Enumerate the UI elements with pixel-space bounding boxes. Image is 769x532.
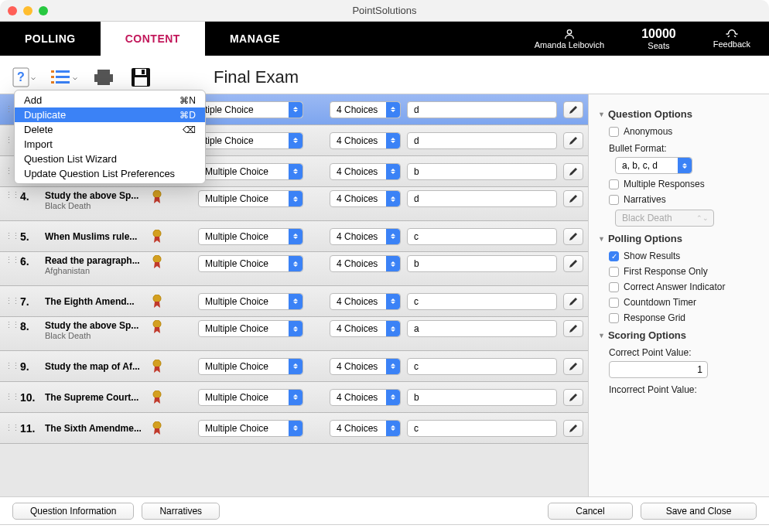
choices-count-select[interactable]: 4 Choices [330,228,401,245]
list-settings-dropdown[interactable]: ⌵ [51,69,77,86]
question-type-select[interactable]: Multiple Choice [198,255,303,272]
question-type-select[interactable]: Multiple Choice [198,420,303,437]
correct-answer-input[interactable] [407,389,557,406]
choices-count-select[interactable]: 4 Choices [330,420,401,437]
drag-handle-icon[interactable]: ⋮⋮⋮ [5,296,14,306]
menu-wizard[interactable]: Question List Wizard [15,152,205,166]
correct-point-input[interactable] [609,361,708,378]
drag-handle-icon[interactable]: ⋮⋮⋮ [5,423,14,433]
choices-count-select[interactable]: 4 Choices [330,320,401,337]
edit-question-button[interactable] [563,132,583,149]
question-row[interactable]: ⋮⋮⋮6.Read the paragraph...AfghanistanMul… [0,252,588,286]
feedback-block[interactable]: Feedback [695,22,769,56]
question-type-select[interactable]: Multiple Choice [198,358,303,375]
multiple-responses-row[interactable]: Multiple Responses [609,179,760,189]
polling-options-header[interactable]: ▼ Polling Options [598,233,760,244]
correct-answer-input[interactable] [407,255,557,272]
edit-question-button[interactable] [563,320,583,337]
drag-handle-icon[interactable]: ⋮⋮⋮ [5,166,14,176]
seats-block[interactable]: 10000 Seats [623,22,695,56]
drag-handle-icon[interactable]: ⋮⋮⋮ [5,135,14,145]
drag-handle-icon[interactable]: ⋮⋮⋮ [5,320,14,330]
tab-polling[interactable]: POLLING [0,22,101,56]
question-row[interactable]: ⋮⋮⋮11.The Sixth Amendme...Multiple Choic… [0,413,588,444]
question-type-select[interactable]: Multiple Choice [198,190,303,207]
question-type-select[interactable]: tiple Choice [198,132,303,149]
question-options-header[interactable]: ▼ Question Options [598,108,760,120]
question-type-select[interactable]: Multiple Choice [198,293,303,310]
narratives-button[interactable]: Narratives [142,503,220,520]
question-type-select[interactable]: Multiple Choice [198,389,303,406]
correct-answer-input[interactable] [407,132,557,149]
cancel-button[interactable]: Cancel [548,503,633,520]
edit-question-button[interactable] [563,389,583,406]
edit-question-button[interactable] [563,101,583,118]
menu-prefs[interactable]: Update Question List Preferences [15,166,205,181]
response-grid-row[interactable]: Response Grid [609,312,760,323]
tab-content[interactable]: CONTENT [101,22,205,56]
correct-indicator-row[interactable]: Correct Answer Indicator [609,281,760,292]
correct-answer-input[interactable] [407,190,557,207]
drag-handle-icon[interactable]: ⋮⋮⋮ [5,231,14,241]
correct-answer-input[interactable] [407,320,557,337]
choices-count-select[interactable]: 4 Choices [330,190,401,207]
correct-answer-input[interactable] [407,420,557,437]
edit-question-button[interactable] [563,190,583,207]
countdown-timer-row[interactable]: Countdown Timer [609,297,760,308]
first-response-row[interactable]: First Response Only [609,266,760,277]
drag-handle-icon[interactable]: ⋮⋮⋮ [5,104,14,114]
choices-count-select[interactable]: 4 Choices [330,358,401,375]
correct-answer-input[interactable] [407,293,557,310]
correct-answer-input[interactable] [407,228,557,245]
menu-duplicate[interactable]: Duplicate ⌘D [15,107,205,122]
choices-count-select[interactable]: 4 Choices [330,389,401,406]
countdown-timer-checkbox[interactable] [609,298,619,308]
correct-indicator-checkbox[interactable] [609,282,619,292]
edit-question-button[interactable] [563,228,583,245]
choices-count-select[interactable]: 4 Choices [330,132,401,149]
multiple-responses-checkbox[interactable] [609,179,619,189]
question-row[interactable]: ⋮⋮⋮5.When Muslims rule...Multiple Choice… [0,221,588,252]
edit-question-button[interactable] [563,420,583,437]
choices-count-select[interactable]: 4 Choices [330,255,401,272]
show-results-row[interactable]: ✓ Show Results [609,251,760,261]
drag-handle-icon[interactable]: ⋮⋮⋮ [5,361,14,371]
question-row[interactable]: ⋮⋮⋮9.Study the map of Af...Multiple Choi… [0,351,588,382]
anonymous-checkbox[interactable] [609,127,619,137]
narratives-row[interactable]: Narratives [609,194,760,205]
new-question-dropdown[interactable]: ? ⌵ [12,67,36,87]
choices-count-select[interactable]: 4 Choices [330,163,401,180]
correct-answer-input[interactable] [407,163,557,180]
question-information-button[interactable]: Question Information [12,503,134,520]
choices-count-select[interactable]: 4 Choices [330,293,401,310]
edit-question-button[interactable] [563,293,583,310]
question-row[interactable]: ⋮⋮⋮7.The Eighth Amend...Multiple Choice4… [0,286,588,317]
correct-answer-input[interactable] [407,101,557,118]
scoring-options-header[interactable]: ▼ Scoring Options [598,329,760,341]
drag-handle-icon[interactable]: ⋮⋮⋮ [5,392,14,402]
menu-import[interactable]: Import [15,137,205,152]
show-results-checkbox[interactable]: ✓ [609,251,619,261]
correct-answer-input[interactable] [407,358,557,375]
question-type-select[interactable]: Multiple Choice [198,163,303,180]
choices-count-select[interactable]: 4 Choices [330,101,401,118]
user-block[interactable]: Amanda Leibovich [516,22,624,56]
question-type-select[interactable]: Multiple Choice [198,228,303,245]
edit-question-button[interactable] [563,358,583,375]
drag-handle-icon[interactable]: ⋮⋮⋮ [5,190,14,200]
edit-question-button[interactable] [563,163,583,180]
question-type-select[interactable]: tiple Choice [198,101,303,118]
question-type-select[interactable]: Multiple Choice [198,320,303,337]
question-row[interactable]: ⋮⋮⋮10.The Supreme Court...Multiple Choic… [0,382,588,413]
question-row[interactable]: ⋮⋮⋮4.Study the above Sp...Black DeathMul… [0,187,588,221]
drag-handle-icon[interactable]: ⋮⋮⋮ [5,255,14,265]
narratives-checkbox[interactable] [609,195,619,205]
bullet-format-select[interactable]: a, b, c, d [615,157,692,174]
menu-add[interactable]: Add ⌘N [15,93,205,107]
save-button[interactable] [130,66,152,88]
print-button[interactable] [93,68,114,87]
anonymous-row[interactable]: Anonymous [609,126,760,137]
first-response-checkbox[interactable] [609,267,619,277]
tab-manage[interactable]: MANAGE [205,22,305,56]
edit-question-button[interactable] [563,255,583,272]
